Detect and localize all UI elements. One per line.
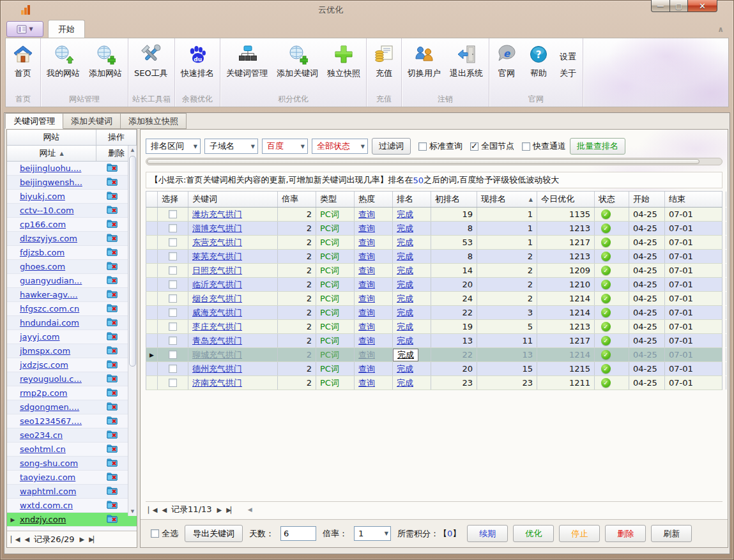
row-checkbox[interactable] bbox=[158, 320, 188, 333]
keyword-row[interactable]: 东营充气拱门2PC词查询完成5311217✓04-2507-01 bbox=[146, 236, 723, 250]
heat-query-link[interactable]: 查询 bbox=[358, 363, 375, 375]
rank-cell[interactable]: 完成 bbox=[393, 306, 431, 319]
delete-site-button[interactable] bbox=[96, 499, 127, 511]
row-checkbox[interactable] bbox=[158, 264, 188, 277]
rank-edit-cell[interactable]: 完成 bbox=[393, 349, 418, 361]
site-link[interactable]: fdjzsb.com bbox=[19, 248, 96, 257]
keyword-link[interactable]: 枣庄充气拱门 bbox=[192, 321, 242, 333]
settings-button[interactable]: 设置 bbox=[560, 51, 576, 63]
site-row[interactable]: cctv--10.com bbox=[7, 204, 137, 218]
site-link[interactable]: jxdzjsc.com bbox=[19, 360, 96, 370]
delete-site-button[interactable] bbox=[96, 317, 127, 329]
about-button[interactable]: 关于 bbox=[560, 68, 576, 79]
site-link[interactable]: jayyj.com bbox=[19, 332, 96, 342]
stop-button[interactable]: 停止 bbox=[559, 525, 600, 542]
heat-query-link[interactable]: 查询 bbox=[358, 377, 375, 389]
delete-site-button[interactable] bbox=[96, 331, 127, 343]
row-checkbox[interactable] bbox=[158, 292, 188, 305]
site-row[interactable]: guangyudian... bbox=[7, 274, 137, 288]
scrollbar-thumb[interactable] bbox=[147, 159, 700, 164]
heat-query-link[interactable]: 查询 bbox=[358, 349, 375, 361]
site-row[interactable]: hfgszc.com.cn bbox=[7, 302, 137, 316]
heat-cell[interactable]: 查询 bbox=[355, 306, 393, 319]
keyword-row[interactable]: 临沂充气拱门2PC词查询完成2021210✓04-2507-01 bbox=[146, 278, 723, 292]
keyword-link[interactable]: 烟台充气拱门 bbox=[192, 293, 242, 305]
heat-query-link[interactable]: 查询 bbox=[358, 265, 375, 276]
sidebar-header-url[interactable]: 网址▲ bbox=[7, 146, 96, 161]
site-row[interactable]: seohtml.cn bbox=[7, 443, 137, 457]
rank-done-link[interactable]: 完成 bbox=[397, 377, 413, 389]
rank-cell[interactable]: 完成 bbox=[393, 222, 431, 235]
keyword-cell[interactable]: 德州充气拱门 bbox=[188, 362, 278, 375]
next-page-icon[interactable]: ▶ bbox=[217, 506, 222, 513]
keyword-row[interactable]: 淄博充气拱门2PC词查询完成811213✓04-2507-01 bbox=[146, 222, 723, 236]
filter-words-button[interactable]: 过滤词 bbox=[372, 138, 411, 155]
rank-done-link[interactable]: 完成 bbox=[397, 209, 413, 220]
delete-site-button[interactable] bbox=[96, 485, 127, 497]
ribbon-button-recharge[interactable]: 充值 bbox=[368, 40, 400, 90]
site-row[interactable]: hndundai.com bbox=[7, 316, 137, 330]
delete-site-button[interactable] bbox=[96, 204, 127, 216]
heat-cell[interactable]: 查询 bbox=[355, 376, 393, 390]
delete-site-button[interactable] bbox=[96, 218, 127, 231]
tab-keyword-manage[interactable]: 关键词管理 bbox=[5, 113, 63, 129]
ribbon-button-standalone-snapshot[interactable]: 独立快照 bbox=[323, 40, 365, 90]
refresh-button[interactable]: 刷新 bbox=[651, 525, 692, 542]
row-checkbox[interactable] bbox=[158, 376, 188, 390]
site-link[interactable]: cctv--10.com bbox=[19, 206, 96, 215]
last-page-icon[interactable]: ▶▏ bbox=[226, 506, 234, 513]
keyword-row[interactable]: ▶聊城充气拱门2PC词查询完成22131214✓04-2507-01 bbox=[146, 348, 723, 362]
ribbon-tab-start[interactable]: 开始 bbox=[48, 20, 85, 38]
site-row[interactable]: fdjzsb.com bbox=[7, 246, 137, 260]
heat-query-link[interactable]: 查询 bbox=[358, 251, 375, 262]
hscroll-left-icon[interactable]: ◀ bbox=[248, 506, 252, 513]
select-all-checkbox[interactable]: 全选 bbox=[151, 528, 178, 540]
grid-header-1[interactable]: 关键词 bbox=[188, 192, 278, 207]
keyword-link[interactable]: 威海充气拱门 bbox=[192, 307, 242, 319]
heat-query-link[interactable]: 查询 bbox=[358, 237, 375, 248]
site-row[interactable]: biyukj.com bbox=[7, 190, 137, 204]
keyword-cell[interactable]: 东营充气拱门 bbox=[188, 236, 278, 249]
site-link[interactable]: taoyiezu.com bbox=[19, 473, 96, 482]
heat-cell[interactable]: 查询 bbox=[355, 362, 393, 375]
checkbox-national-nodes[interactable]: 全国节点 bbox=[470, 140, 514, 152]
site-row[interactable]: jayyj.com bbox=[7, 330, 137, 344]
heat-cell[interactable]: 查询 bbox=[355, 278, 393, 291]
checkbox-standard-query[interactable]: 标准查询 bbox=[418, 140, 463, 152]
checkbox-icon[interactable] bbox=[169, 308, 177, 317]
delete-site-button[interactable] bbox=[96, 345, 127, 357]
scrollbar-thumb[interactable] bbox=[129, 156, 136, 367]
keyword-cell[interactable]: 淄博充气拱门 bbox=[188, 222, 278, 235]
site-link[interactable]: wxtd.com.cn bbox=[19, 501, 96, 510]
keyword-link[interactable]: 东营充气拱门 bbox=[192, 237, 242, 248]
first-page-icon[interactable]: ▏◀ bbox=[11, 536, 19, 543]
delete-site-button[interactable] bbox=[96, 176, 127, 188]
delete-site-button[interactable] bbox=[96, 246, 127, 259]
checkbox-icon[interactable] bbox=[169, 266, 177, 275]
checkbox-icon[interactable] bbox=[169, 210, 177, 218]
heat-cell[interactable]: 查询 bbox=[355, 320, 393, 333]
site-row[interactable]: cp166.com bbox=[7, 218, 137, 232]
delete-site-button[interactable] bbox=[96, 232, 127, 245]
grid-header-5[interactable]: 排名 bbox=[393, 192, 431, 207]
site-link[interactable]: seo234.cn bbox=[19, 430, 96, 440]
site-link[interactable]: song-shu.com bbox=[19, 458, 96, 468]
rank-done-link[interactable]: 完成 bbox=[397, 223, 413, 234]
scroll-down-icon[interactable]: ▼ bbox=[128, 507, 137, 516]
row-checkbox[interactable] bbox=[158, 348, 188, 361]
row-checkbox[interactable] bbox=[158, 306, 188, 319]
days-input[interactable]: 6 bbox=[280, 526, 316, 541]
site-row[interactable]: waphtml.com bbox=[7, 485, 137, 499]
site-link[interactable]: guangyudian... bbox=[19, 276, 96, 285]
site-row[interactable]: ▶xndzjy.com bbox=[7, 513, 137, 527]
keyword-link[interactable]: 德州充气拱门 bbox=[192, 363, 242, 375]
site-link[interactable]: cp166.com bbox=[19, 220, 96, 229]
checkbox-icon[interactable] bbox=[169, 238, 177, 246]
keyword-link[interactable]: 淄博充气拱门 bbox=[192, 223, 242, 234]
app-menu-button[interactable]: ▼ bbox=[6, 21, 43, 37]
sidebar-header-action[interactable]: 操作 bbox=[96, 130, 137, 145]
row-checkbox[interactable] bbox=[158, 334, 188, 347]
tab-add-snapshot[interactable]: 添加独立快照 bbox=[121, 113, 187, 129]
last-page-icon[interactable]: ▶▏ bbox=[89, 536, 97, 543]
heat-cell[interactable]: 查询 bbox=[355, 334, 393, 347]
